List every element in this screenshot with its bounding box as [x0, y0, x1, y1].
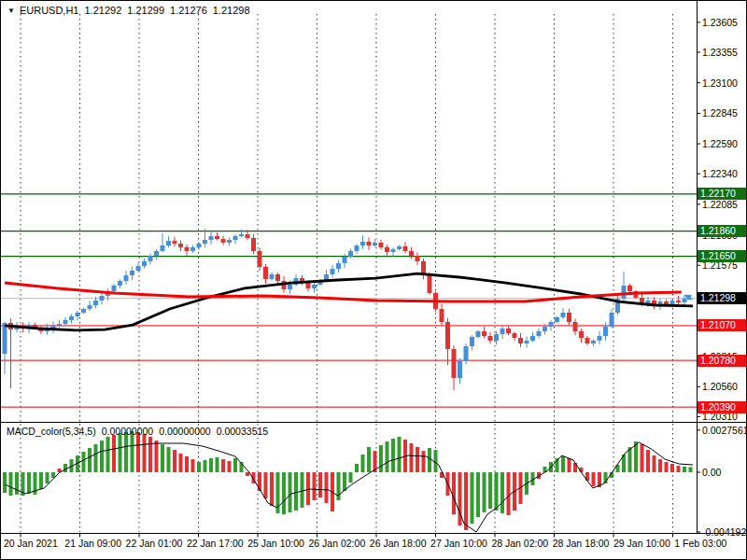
- candle-body: [197, 244, 202, 247]
- candle-body: [81, 309, 86, 313]
- macd-bar: [471, 472, 474, 524]
- candle-body: [683, 299, 687, 302]
- candle-body: [275, 274, 280, 281]
- candle-body: [312, 285, 317, 288]
- macd-bar: [665, 462, 669, 472]
- candle-body: [676, 301, 681, 302]
- time-axis-label: 29 Jan 10:00: [613, 538, 670, 549]
- candle-body: [403, 246, 408, 251]
- candle-body: [506, 329, 511, 333]
- candle-body: [579, 331, 584, 338]
- ma-black-line: [5, 273, 693, 330]
- candle-body: [494, 334, 499, 341]
- ohlc-high-value: 1.21299: [127, 5, 164, 16]
- candle-body: [440, 309, 444, 322]
- price-axis-tick-label: 1.23100: [702, 77, 738, 89]
- macd-bar: [294, 472, 298, 511]
- chart-canvas[interactable]: [1, 1, 747, 560]
- macd-bar: [282, 472, 286, 514]
- candle-body: [537, 331, 542, 336]
- macd-bar: [100, 441, 104, 472]
- candle-body: [130, 271, 134, 275]
- candle-body: [161, 245, 165, 251]
- candle-body: [476, 331, 481, 337]
- macd-bar: [313, 472, 317, 500]
- candle-body: [136, 266, 141, 271]
- support-level-badge: 1.20390: [698, 401, 746, 413]
- candle-body: [288, 285, 292, 289]
- candle-body: [166, 241, 171, 245]
- macd-bar: [568, 458, 571, 472]
- macd-bar: [361, 455, 365, 472]
- candle-body: [525, 341, 529, 343]
- macd-value-hist: 0.00033515: [217, 426, 268, 437]
- candle-body: [549, 322, 554, 327]
- macd-bar: [670, 464, 674, 472]
- macd-bar: [355, 464, 359, 472]
- time-axis-label: 20 Jan 2021: [4, 538, 58, 549]
- candle-body: [530, 336, 535, 341]
- chart-title: ▼EURUSD,H11.212921.212991.212761.21298: [7, 5, 256, 16]
- macd-bar: [136, 432, 140, 472]
- macd-bar: [15, 472, 19, 495]
- candle-body: [598, 336, 602, 341]
- candle-body: [391, 249, 396, 252]
- candle-body: [416, 256, 420, 261]
- macd-bar: [185, 456, 189, 472]
- candle-body: [518, 338, 523, 343]
- candle-body: [258, 251, 262, 267]
- macd-bar: [119, 433, 122, 472]
- candle-body: [246, 234, 250, 238]
- candle-body: [458, 361, 462, 378]
- macd-bar: [488, 472, 492, 509]
- candle-body: [118, 281, 122, 286]
- macd-bar: [646, 450, 650, 472]
- macd-bar: [197, 462, 201, 472]
- candle-body: [513, 333, 517, 338]
- candle-body: [336, 263, 341, 269]
- price-axis-tick-label: 1.22590: [702, 138, 738, 149]
- macd-bar: [148, 437, 152, 472]
- price-axis-tick-label: 1.22845: [702, 107, 738, 119]
- candle-body: [360, 242, 365, 245]
- price-axis-tick-label: 1.23605: [702, 17, 738, 28]
- macd-bar: [483, 472, 486, 512]
- macd-bar: [306, 472, 310, 505]
- macd-bar: [106, 437, 110, 472]
- bid-price-badge: 1.21298: [698, 292, 746, 304]
- candle-body: [185, 247, 190, 251]
- candle-body: [173, 241, 177, 244]
- macd-bar: [179, 454, 183, 472]
- candle-body: [397, 246, 402, 249]
- candle-body: [622, 286, 627, 299]
- candle-body: [409, 251, 414, 256]
- time-axis-label: 27 Jan 10:00: [430, 538, 487, 549]
- macd-bar: [155, 441, 159, 472]
- macd-bar: [289, 472, 292, 512]
- macd-bar: [301, 472, 304, 508]
- macd-axis-tick-label: 0.00: [702, 467, 721, 478]
- macd-bar: [264, 472, 268, 498]
- ohlc-open-value: 1.21292: [85, 5, 122, 16]
- candle-body: [591, 341, 596, 343]
- resistance-level-badge: 1.22170: [698, 188, 746, 200]
- macd-bar: [683, 467, 686, 472]
- time-axis-label: 25 Jan 10:00: [247, 538, 304, 549]
- time-axis-label: 26 Jan 18:00: [370, 538, 427, 549]
- time-axis-label: 1 Feb 03:00: [674, 538, 726, 549]
- symbol-dropdown-icon[interactable]: ▼: [7, 7, 15, 15]
- candle-body: [428, 274, 432, 293]
- macd-bar: [325, 472, 329, 503]
- macd-bar: [221, 459, 225, 472]
- macd-bar: [410, 443, 414, 472]
- price-axis-tick-label: 1.22085: [702, 199, 738, 210]
- macd-bar: [46, 472, 49, 483]
- macd-indicator-label: MACD_color(5,34,5)0.000000000.000000000.…: [7, 426, 274, 437]
- time-axis-label: 26 Jan 02:00: [309, 538, 366, 549]
- macd-bar: [391, 439, 395, 472]
- price-axis-tick-label: 1.22340: [702, 168, 738, 179]
- candle-body: [88, 305, 92, 309]
- macd-histogram-layer: [3, 431, 693, 530]
- ohlc-low-value: 1.21276: [170, 5, 207, 16]
- macd-bar: [416, 447, 419, 472]
